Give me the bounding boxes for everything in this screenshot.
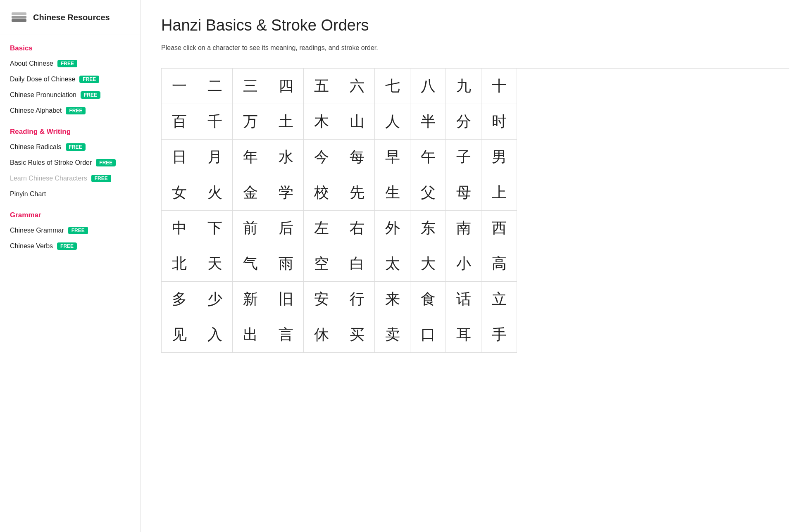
character-cell[interactable]: 女	[162, 175, 197, 211]
character-cell[interactable]: 五	[304, 69, 339, 104]
character-cell[interactable]: 安	[304, 282, 339, 317]
character-cell[interactable]: 小	[446, 246, 481, 282]
sidebar-item-label: Chinese Alphabet	[10, 107, 62, 114]
character-cell[interactable]: 行	[339, 282, 375, 317]
character-cell[interactable]: 立	[481, 282, 517, 317]
character-cell[interactable]: 男	[481, 140, 517, 175]
character-cell[interactable]: 外	[375, 211, 410, 246]
character-cell[interactable]: 一	[162, 69, 197, 104]
sidebar-item-0-2[interactable]: Chinese PronunciationFREE	[0, 87, 140, 103]
character-cell[interactable]: 学	[268, 175, 304, 211]
character-cell[interactable]: 少	[197, 282, 233, 317]
free-badge: FREE	[91, 175, 111, 182]
character-cell[interactable]: 西	[481, 211, 517, 246]
character-cell[interactable]: 今	[304, 140, 339, 175]
character-cell[interactable]: 子	[446, 140, 481, 175]
character-cell[interactable]: 卖	[375, 317, 410, 353]
character-cell[interactable]: 口	[410, 317, 446, 353]
character-cell[interactable]: 午	[410, 140, 446, 175]
character-cell[interactable]: 土	[268, 104, 304, 140]
character-cell[interactable]: 气	[233, 246, 268, 282]
character-cell[interactable]: 话	[446, 282, 481, 317]
character-cell[interactable]: 上	[481, 175, 517, 211]
character-cell[interactable]: 太	[375, 246, 410, 282]
character-cell[interactable]: 水	[268, 140, 304, 175]
sidebar-header: Chinese Resources	[0, 0, 140, 35]
free-badge: FREE	[81, 91, 100, 99]
main-content: Hanzi Basics & Stroke Orders Please clic…	[141, 0, 810, 532]
character-cell[interactable]: 分	[446, 104, 481, 140]
sidebar-item-1-0[interactable]: Chinese RadicalsFREE	[0, 139, 140, 155]
character-cell[interactable]: 东	[410, 211, 446, 246]
sidebar-item-1-1[interactable]: Basic Rules of Stroke OrderFREE	[0, 155, 140, 171]
character-cell[interactable]: 每	[339, 140, 375, 175]
character-cell[interactable]: 二	[197, 69, 233, 104]
character-cell[interactable]: 天	[197, 246, 233, 282]
character-cell[interactable]: 月	[197, 140, 233, 175]
character-cell[interactable]: 手	[481, 317, 517, 353]
character-cell[interactable]: 右	[339, 211, 375, 246]
character-cell[interactable]: 休	[304, 317, 339, 353]
character-cell[interactable]: 耳	[446, 317, 481, 353]
character-cell[interactable]: 多	[162, 282, 197, 317]
character-cell[interactable]: 山	[339, 104, 375, 140]
character-cell[interactable]: 半	[410, 104, 446, 140]
character-cell[interactable]: 木	[304, 104, 339, 140]
character-cell[interactable]: 白	[339, 246, 375, 282]
character-cell[interactable]: 百	[162, 104, 197, 140]
character-cell[interactable]: 万	[233, 104, 268, 140]
sidebar-item-label: Chinese Verbs	[10, 242, 53, 250]
character-cell[interactable]: 九	[446, 69, 481, 104]
character-cell[interactable]: 旧	[268, 282, 304, 317]
sidebar-item-0-1[interactable]: Daily Dose of ChineseFREE	[0, 71, 140, 87]
character-cell[interactable]: 母	[446, 175, 481, 211]
character-cell[interactable]: 买	[339, 317, 375, 353]
sidebar-item-0-3[interactable]: Chinese AlphabetFREE	[0, 103, 140, 119]
character-cell[interactable]: 金	[233, 175, 268, 211]
character-cell[interactable]: 北	[162, 246, 197, 282]
character-cell[interactable]: 食	[410, 282, 446, 317]
character-cell[interactable]: 四	[268, 69, 304, 104]
character-cell[interactable]: 七	[375, 69, 410, 104]
character-cell[interactable]: 父	[410, 175, 446, 211]
character-cell[interactable]: 雨	[268, 246, 304, 282]
character-cell[interactable]: 生	[375, 175, 410, 211]
character-cell[interactable]: 八	[410, 69, 446, 104]
character-cell[interactable]: 新	[233, 282, 268, 317]
character-cell[interactable]: 南	[446, 211, 481, 246]
character-cell[interactable]: 言	[268, 317, 304, 353]
character-cell[interactable]: 先	[339, 175, 375, 211]
character-cell[interactable]: 早	[375, 140, 410, 175]
character-cell[interactable]: 三	[233, 69, 268, 104]
character-cell[interactable]: 火	[197, 175, 233, 211]
character-cell[interactable]: 年	[233, 140, 268, 175]
sidebar-title: Chinese Resources	[33, 13, 110, 22]
character-cell[interactable]: 来	[375, 282, 410, 317]
character-cell[interactable]: 人	[375, 104, 410, 140]
character-cell[interactable]: 校	[304, 175, 339, 211]
sidebar-item-1-2[interactable]: Learn Chinese CharactersFREE	[0, 171, 140, 186]
character-cell[interactable]: 前	[233, 211, 268, 246]
character-cell[interactable]: 高	[481, 246, 517, 282]
character-cell[interactable]: 时	[481, 104, 517, 140]
character-cell[interactable]: 下	[197, 211, 233, 246]
character-cell[interactable]: 空	[304, 246, 339, 282]
character-cell[interactable]: 后	[268, 211, 304, 246]
character-cell[interactable]: 入	[197, 317, 233, 353]
character-cell[interactable]: 中	[162, 211, 197, 246]
character-cell[interactable]: 出	[233, 317, 268, 353]
sidebar-item-0-0[interactable]: About ChineseFREE	[0, 56, 140, 71]
sidebar-section-label-2: Grammar	[0, 202, 140, 223]
character-cell[interactable]: 大	[410, 246, 446, 282]
sidebar-item-1-3[interactable]: Pinyin Chart	[0, 186, 140, 202]
character-cell[interactable]: 日	[162, 140, 197, 175]
sidebar: Chinese Resources BasicsAbout ChineseFRE…	[0, 0, 141, 532]
character-cell[interactable]: 左	[304, 211, 339, 246]
character-cell[interactable]: 十	[481, 69, 517, 104]
sidebar-item-2-1[interactable]: Chinese VerbsFREE	[0, 238, 140, 254]
sidebar-item-2-0[interactable]: Chinese GrammarFREE	[0, 223, 140, 238]
character-cell[interactable]: 六	[339, 69, 375, 104]
character-cell[interactable]: 见	[162, 317, 197, 353]
character-cell[interactable]: 千	[197, 104, 233, 140]
free-badge: FREE	[68, 227, 88, 234]
